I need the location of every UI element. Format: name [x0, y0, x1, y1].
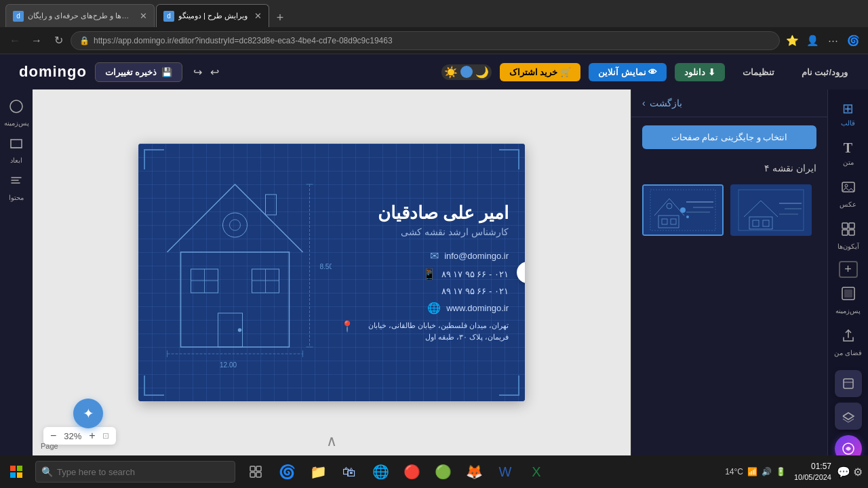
- floating-action-button[interactable]: ✦: [73, 399, 103, 428]
- email-icon: ✉: [430, 249, 439, 262]
- new-tab-button[interactable]: +: [271, 8, 290, 27]
- card-website-text: www.domingo.ir: [446, 303, 509, 313]
- svg-point-32: [686, 216, 689, 218]
- browser-profile-btn[interactable]: 👤: [803, 31, 822, 50]
- rail-tool-icons[interactable]: آیکون‌ها: [831, 216, 866, 256]
- undo-button[interactable]: ↩: [208, 63, 222, 81]
- taskbar-files-button[interactable]: 📁: [303, 457, 333, 487]
- upload-label: فضای من: [834, 349, 862, 357]
- back-button[interactable]: بازگشت ›: [642, 98, 682, 108]
- svg-rect-1: [11, 140, 22, 148]
- save-button[interactable]: 💾 ذخیره تغییرات: [95, 62, 182, 82]
- zoom-fit-icon[interactable]: ⊡: [102, 431, 109, 441]
- moon-icon: 🌙: [475, 66, 489, 79]
- taskbar-search[interactable]: 🔍: [35, 461, 235, 483]
- taskbar-view-button[interactable]: [241, 457, 271, 487]
- settings-button[interactable]: تنظیمات: [733, 63, 784, 81]
- start-button[interactable]: [0, 455, 33, 488]
- photo-label: عکس: [840, 201, 856, 208]
- tab-close-1[interactable]: ✕: [140, 11, 147, 21]
- template-label: قالب: [841, 119, 855, 127]
- rail-tool-text[interactable]: T متن: [831, 135, 866, 171]
- taskbar-edge-button[interactable]: 🌀: [272, 457, 302, 487]
- url-bar[interactable]: 🔒 https://app.domingo.ir/editor?industry…: [71, 31, 780, 50]
- replace-all-button[interactable]: انتخاب و جایگزینی تمام صفحات: [642, 125, 816, 149]
- taskbar-app1-button[interactable]: 🔴: [397, 457, 427, 487]
- taskbar-app2-button[interactable]: 🟢: [428, 457, 458, 487]
- search-input[interactable]: [57, 467, 229, 477]
- sidebar-tool-content[interactable]: محتوا: [3, 169, 30, 205]
- taskbar-system-tray: 14°C 📶 🔊 🔋 01:57 10/05/2024 💬 ⚙: [719, 461, 868, 483]
- svg-rect-3: [181, 252, 290, 347]
- template-thumb-1[interactable]: [642, 184, 724, 236]
- taskbar: 🔍 🌀 📁 🛍 🌐 🔴 🟢 🦊 W X 14°C 📶 🔊 🔋 01:57 10/…: [0, 455, 868, 488]
- browser-tab-2[interactable]: d ویرایش طرح | دومینگو ✕: [156, 4, 269, 27]
- nav-forward-button[interactable]: →: [27, 31, 46, 50]
- card-info: info@domingo.ir ✉ ۰۲۱ - ۶۶ ۹۵ ۱۷ ۸۹ 📱 ۰۲…: [340, 249, 509, 342]
- browser-menu-btn[interactable]: ⋯: [823, 31, 842, 50]
- sidebar-tool-dimensions[interactable]: ابعاد: [3, 132, 30, 168]
- zoom-in-button[interactable]: +: [89, 430, 95, 442]
- card-email-text: info@domingo.ir: [444, 251, 509, 261]
- browser-tab-1[interactable]: d قالب‌ها و طرح‌های حرفه‌ای و رایگان ✕: [5, 4, 155, 27]
- right-panel: بازگشت › انتخاب و جایگزینی تمام صفحات ای…: [631, 89, 827, 455]
- taskbar-excel-button[interactable]: X: [521, 457, 551, 487]
- sidebar-tool-background[interactable]: پس‌زمینه: [3, 95, 30, 131]
- taskbar-word-button[interactable]: W: [490, 457, 520, 487]
- browser-extensions-btn[interactable]: ⭐: [783, 31, 802, 50]
- subscribe-button[interactable]: 🛒 خرید اشتراک: [500, 63, 580, 81]
- card-canvas[interactable]: 12.00 8.50 امیر علی صادقیان کارشناس ارشد…: [138, 144, 525, 401]
- content-icon: [9, 174, 24, 192]
- theme-toggle[interactable]: 🌙 ☀️: [441, 64, 492, 80]
- temp-label: 14°C: [725, 467, 743, 476]
- download-button[interactable]: ⬇ دانلود: [675, 63, 725, 81]
- search-icon: 🔍: [41, 466, 53, 477]
- zoom-level: 32%: [60, 431, 85, 441]
- rail-tool-template[interactable]: ⊞ قالب: [831, 95, 866, 132]
- card-name: امیر علی صادقیان: [340, 203, 509, 224]
- back-chevron-icon: ›: [642, 98, 646, 108]
- right-tools-rail: ⊞ قالب T متن عکس آیکون‌ها: [827, 89, 868, 455]
- nav-back-button[interactable]: ←: [5, 31, 24, 50]
- app-logo: domingo: [19, 63, 87, 81]
- rail-tool-upload[interactable]: فضای من: [831, 323, 866, 362]
- scroll-up-button[interactable]: ∧: [326, 432, 337, 450]
- svg-point-42: [845, 184, 848, 187]
- svg-point-13: [230, 220, 241, 230]
- login-button[interactable]: ورود/ثبت نام: [792, 63, 857, 81]
- tab-label-1: قالب‌ها و طرح‌های حرفه‌ای و رایگان: [28, 12, 133, 20]
- clip-tool-button[interactable]: [835, 370, 862, 397]
- notification-icon[interactable]: 💬: [837, 466, 850, 479]
- page-indicator: Page: [41, 442, 58, 450]
- taskbar-chrome-button[interactable]: 🌐: [366, 457, 395, 487]
- rail-tool-photo[interactable]: عکس: [831, 174, 866, 214]
- card-phone2-text: ۰۲۱ - ۶۶ ۹۵ ۱۷ ۸۹: [441, 286, 509, 296]
- browser-tabs: d قالب‌ها و طرح‌های حرفه‌ای و رایگان ✕ d…: [0, 0, 868, 27]
- ai-assistant-button[interactable]: [835, 435, 862, 455]
- icons-icon: [841, 222, 856, 240]
- text-icon: T: [844, 140, 852, 156]
- taskbar-firefox-button[interactable]: 🦊: [459, 457, 489, 487]
- house-illustration: 12.00 8.50: [138, 144, 332, 401]
- tab-close-2[interactable]: ✕: [254, 11, 262, 21]
- settings-gear-icon[interactable]: ⚙: [853, 466, 863, 479]
- rail-add-button[interactable]: +: [839, 261, 858, 278]
- card-website-row: www.domingo.ir 🌐: [340, 302, 509, 314]
- svg-rect-55: [17, 472, 22, 478]
- card-phone1-row: ۰۲۱ - ۶۶ ۹۵ ۱۷ ۸۹ 📱: [340, 268, 509, 281]
- nav-refresh-button[interactable]: ↻: [49, 31, 68, 50]
- layers-tool-button[interactable]: [835, 403, 862, 430]
- svg-rect-54: [10, 472, 16, 478]
- preview-button[interactable]: 👁 نمایش آنلاین: [589, 63, 667, 81]
- clock-time: 01:57: [794, 461, 831, 472]
- svg-rect-52: [10, 466, 16, 471]
- toggle-knob: [460, 66, 473, 78]
- template-thumb-2[interactable]: [730, 184, 812, 236]
- redo-button[interactable]: ↪: [191, 63, 205, 81]
- zoom-out-button[interactable]: −: [50, 430, 56, 442]
- url-text: https://app.domingo.ir/editor?industryId…: [94, 36, 393, 45]
- taskbar-store-button[interactable]: 🛍: [334, 457, 364, 487]
- back-label: بازگشت: [650, 98, 682, 108]
- rail-tool-background[interactable]: پس‌زمینه: [831, 281, 866, 320]
- canvas-area: 12.00 8.50 امیر علی صادقیان کارشناس ارشد…: [33, 89, 631, 455]
